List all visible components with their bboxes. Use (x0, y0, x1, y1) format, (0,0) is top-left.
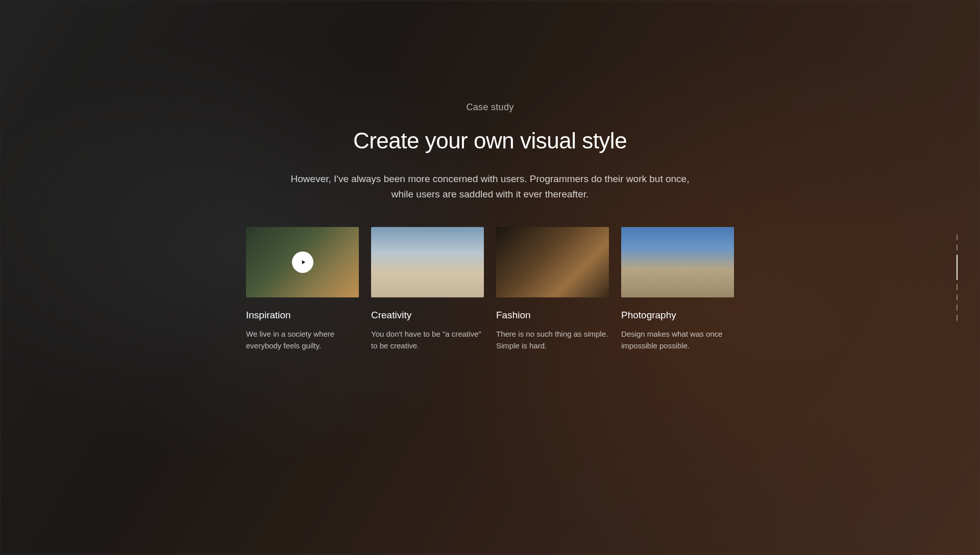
card-title: Photography (621, 310, 734, 321)
indicator-dot-5[interactable] (957, 294, 958, 300)
card-title: Inspiration (246, 310, 359, 321)
card-description: There is no such thing as simple. Simple… (496, 328, 609, 352)
indicator-dot-4[interactable] (957, 284, 958, 290)
card-image-fashion[interactable] (496, 227, 609, 297)
section-eyebrow: Case study (466, 102, 513, 113)
card-image-creativity[interactable] (371, 227, 484, 297)
play-icon (300, 259, 307, 266)
card-description: We live in a society where everybody fee… (246, 328, 359, 352)
indicator-dot-6[interactable] (957, 305, 958, 311)
indicator-dot-3[interactable] (957, 255, 958, 280)
cards-container: Inspiration We live in a society where e… (246, 227, 734, 352)
card-image-inspiration[interactable] (246, 227, 359, 297)
page-indicator (957, 234, 958, 321)
card-title: Fashion (496, 310, 609, 321)
card-title: Creativity (371, 310, 484, 321)
content-container: Case study Create your own visual style … (0, 0, 980, 555)
card-fashion: Fashion There is no such thing as simple… (496, 227, 609, 352)
card-description: You don't have to be "a creative" to be … (371, 328, 484, 352)
card-description: Design makes what was once impossible po… (621, 328, 734, 352)
indicator-dot-1[interactable] (957, 234, 958, 240)
section-subheading: However, I've always been more concerned… (281, 171, 699, 203)
card-image-photography[interactable] (621, 227, 734, 297)
play-button[interactable] (292, 251, 313, 273)
section-heading: Create your own visual style (353, 128, 627, 154)
indicator-dot-2[interactable] (957, 244, 958, 250)
card-creativity: Creativity You don't have to be "a creat… (371, 227, 484, 352)
card-photography: Photography Design makes what was once i… (621, 227, 734, 352)
card-inspiration: Inspiration We live in a society where e… (246, 227, 359, 352)
indicator-dot-7[interactable] (957, 315, 958, 321)
